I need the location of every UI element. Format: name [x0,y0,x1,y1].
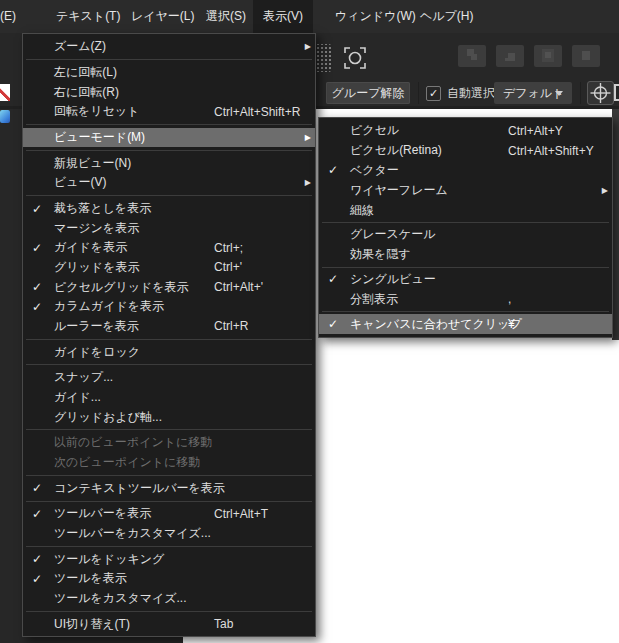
submenu-arrow-icon: ▶ [596,186,608,195]
menu-item-label: 以前のビューポイントに移動 [54,434,214,451]
window-edge-strip [612,109,619,340]
menu-item[interactable]: ビュー(V)▶ [23,173,315,193]
menu-item[interactable]: ✓コンテキストツールバーを表示 [23,478,315,498]
menu-item-label: ガイドを表示 [54,239,214,256]
menu-item[interactable]: スナップ... [23,368,315,388]
tool-panel-icon[interactable] [0,110,10,123]
menu-item-shortcut: Ctrl+Alt+' [214,280,299,294]
menu-item-label: カラムガイドを表示 [54,298,214,315]
menu-item[interactable]: ✓カラムガイドを表示 [23,297,315,317]
menu-item[interactable]: ✓ベクター [319,161,612,181]
menubar-item[interactable]: 表示(V) [253,0,313,33]
menu-item[interactable]: グレースケール [319,225,612,245]
menu-item[interactable]: ガイド... [23,388,315,408]
menu-item-shortcut: Ctrl+; [214,241,299,255]
menu-item-label: 効果を隠す [350,246,508,263]
menu-item[interactable]: 細線 [319,200,612,220]
boolean-intersect-button[interactable] [534,45,562,67]
boolean-subtract-button[interactable] [496,45,524,67]
menubar-item[interactable]: ヘルプ(H) [410,0,484,33]
cycle-selection-box-icon[interactable] [341,44,369,72]
menu-item[interactable]: UI切り替え(T)Tab [23,615,315,635]
check-icon: ✓ [29,300,54,314]
menu-item-label: ピクセル(Retina) [350,142,508,159]
chevron-down-icon [555,91,563,96]
menu-separator [26,339,312,340]
menu-item[interactable]: ズーム(Z)▶ [23,37,315,57]
menu-item[interactable]: ✓キャンバスに合わせてクリップ¥ [319,314,612,334]
menu-item-label: 裁ち落としを表示 [54,200,214,217]
menu-item-label: 右に回転(R) [54,84,214,101]
menu-separator [26,59,312,60]
menu-item-label: キャンバスに合わせてクリップ [350,316,508,333]
menu-item-label: 左に回転(L) [54,64,214,81]
menu-item[interactable]: ✓ツールをドッキング [23,550,315,570]
submenu-arrow-icon: ▶ [299,133,311,142]
menu-item[interactable]: ツールをカスタマイズ... [23,589,315,609]
submenu-arrow-icon: ▶ [299,42,311,51]
menu-item[interactable]: ✓ツールを表示 [23,569,315,589]
menu-item-label: ビューモード(M) [54,129,214,146]
boolean-divide-button[interactable] [572,45,600,67]
menu-item[interactable]: ピクセル(Retina)Ctrl+Alt+Shift+Y [319,141,612,161]
snapping-target-button[interactable] [587,81,614,105]
check-icon: ✓ [29,507,54,521]
preset-dropdown[interactable]: デフォルト [494,82,572,104]
menu-item-label: 回転をリセット [54,103,214,120]
menu-item[interactable]: ✓ピクセルグリッドを表示Ctrl+Alt+' [23,277,315,297]
menu-item[interactable]: ルーラーを表示Ctrl+R [23,316,315,336]
menu-item-shortcut: Ctrl+' [214,260,299,274]
menu-item-shortcut: Ctrl+R [214,319,299,333]
menu-item-label: コンテキストツールバーを表示 [54,480,214,497]
menu-item[interactable]: ビューモード(M)▶ [23,128,315,148]
menu-item[interactable]: 新規ビュー(N) [23,154,315,174]
menu-item[interactable]: 回転をリセットCtrl+Alt+Shift+R [23,102,315,122]
menubar-item[interactable]: テキスト(T) [46,0,130,33]
menu-item[interactable]: 左に回転(L) [23,63,315,83]
menubar-item[interactable]: レイヤー(L) [121,0,205,33]
menu-item[interactable]: ✓裁ち落としを表示 [23,199,315,219]
check-icon: ✓ [29,572,54,586]
menu-item-label: ツールバーを表示 [54,505,214,522]
ungroup-button[interactable]: グループ解除 [326,82,410,104]
menu-item[interactable]: マージンを表示 [23,219,315,239]
menu-item[interactable]: ツールバーをカスタマイズ... [23,524,315,544]
submenu-arrow-icon: ▶ [299,178,311,187]
menu-separator [322,222,609,223]
menu-item-label: ツールバーをカスタマイズ... [54,525,214,542]
boolean-add-button[interactable] [458,45,486,67]
menu-item[interactable]: ガイドをロック [23,342,315,362]
menu-item-label: ズーム(Z) [54,38,214,55]
menu-item[interactable]: グリッドおよび軸... [23,407,315,427]
check-icon: ✓ [325,163,350,177]
menu-item[interactable]: ✓ガイドを表示Ctrl+; [23,238,315,258]
menu-separator [26,429,312,430]
menu-item-label: 次のビューポイントに移動 [54,454,214,471]
menu-separator [26,475,312,476]
menu-item[interactable]: 右に回転(R) [23,82,315,102]
menu-item-shortcut: Ctrl+Alt+Y [508,124,596,138]
menu-item[interactable]: 分割表示, [319,289,612,309]
no-fill-swatch[interactable] [0,84,10,101]
menu-item-label: ガイドをロック [54,344,214,361]
menu-item[interactable]: 効果を隠す [319,245,612,265]
menu-separator [26,501,312,502]
app-window: グループ解除 自動選択: デフォルト 編集(E)テキスト(T)レイヤー(L)選択… [0,0,619,643]
check-icon: ✓ [325,317,350,331]
menu-item[interactable]: ワイヤーフレーム▶ [319,180,612,200]
menubar-item[interactable]: 編集(E) [0,0,26,33]
auto-select-checkbox[interactable] [426,86,441,101]
bracket-icon[interactable] [614,84,619,101]
menu-item-label: マージンを表示 [54,220,214,237]
menu-item[interactable]: ピクセルCtrl+Alt+Y [319,121,612,141]
menu-item-shortcut: Ctrl+Alt+T [214,507,299,521]
menu-item[interactable]: ✓ツールバーを表示Ctrl+Alt+T [23,504,315,524]
menubar-item[interactable]: 選択(S) [196,0,256,33]
toolbar-separator [418,82,419,104]
menu-item-shortcut: ¥ [508,317,596,331]
menu-item[interactable]: ✓シングルビュー [319,270,612,290]
check-icon: ✓ [325,272,350,286]
check-icon: ✓ [29,280,54,294]
menu-item-shortcut: Tab [214,617,299,631]
menu-item[interactable]: グリッドを表示Ctrl+' [23,258,315,278]
